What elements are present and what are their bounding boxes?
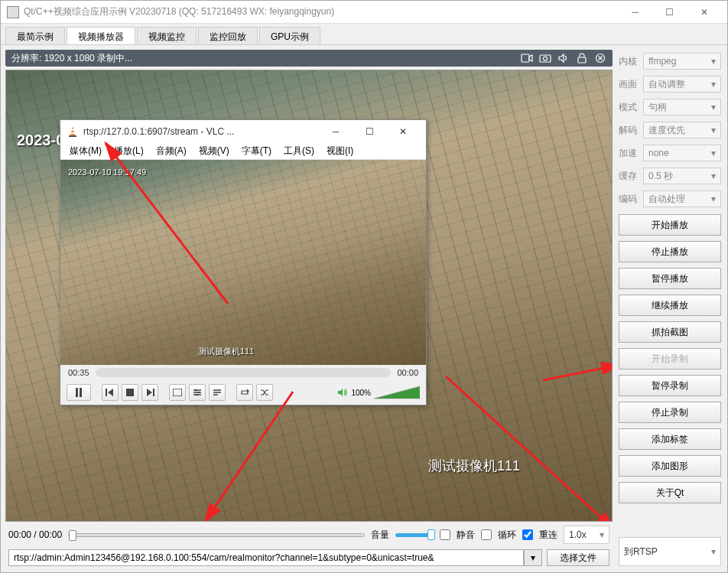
vlc-loop-button[interactable] — [236, 384, 253, 401]
combo-codec[interactable]: 自动处理 — [643, 190, 721, 207]
svg-point-14 — [195, 389, 197, 392]
svg-rect-11 — [126, 389, 134, 396]
combo-core[interactable]: ffmpeg — [643, 53, 721, 70]
btn-stop-record[interactable]: 停止录制 — [619, 402, 721, 423]
svg-rect-8 — [76, 388, 78, 397]
seek-slider[interactable] — [68, 533, 365, 537]
osd-watermark: 测试摄像机111 — [428, 457, 520, 475]
btn-snapshot[interactable]: 抓拍截图 — [619, 321, 721, 343]
vlc-end-time: 00:00 — [397, 368, 418, 377]
tab-playback[interactable]: 监控回放 — [198, 27, 258, 44]
vlc-minimize-button[interactable]: ─ — [319, 121, 353, 142]
btn-add-shape[interactable]: 添加图形 — [619, 455, 721, 477]
btn-about-qt[interactable]: 关于Qt — [619, 482, 721, 503]
vlc-titlebar[interactable]: rtsp://127.0.0.1:6907/stream - VLC ... ─… — [60, 120, 426, 143]
btn-pause-play[interactable]: 暂停播放 — [619, 268, 721, 289]
vlc-playlist-button[interactable] — [209, 384, 226, 401]
vlc-fullscreen-button[interactable] — [169, 384, 186, 401]
svg-rect-0 — [522, 54, 529, 62]
lock-icon[interactable] — [576, 53, 588, 63]
select-file-button[interactable]: 选择文件 — [547, 549, 609, 566]
close-osd-icon[interactable] — [594, 53, 606, 63]
record-icon[interactable] — [521, 53, 533, 63]
vlc-pause-button[interactable] — [67, 384, 91, 401]
vlc-menu-video[interactable]: 视频(V) — [199, 145, 229, 158]
svg-point-15 — [198, 392, 200, 394]
combo-decode[interactable]: 速度优先 — [643, 122, 721, 138]
reconnect-checkbox[interactable] — [522, 529, 533, 540]
vlc-current-time: 00:35 — [68, 368, 89, 377]
volume-slider[interactable] — [395, 533, 434, 537]
svg-point-16 — [196, 394, 198, 396]
vlc-menu-media[interactable]: 媒体(M) — [70, 145, 102, 158]
speed-combo[interactable]: 1.0x — [564, 526, 609, 544]
label-codec: 编码 — [619, 193, 640, 206]
sound-icon[interactable] — [557, 53, 570, 63]
vlc-seek-track[interactable] — [96, 368, 392, 377]
vlc-prev-button[interactable] — [102, 384, 119, 401]
combo-screen[interactable]: 自动调整 — [643, 76, 721, 93]
tab-bar: 最简示例 视频播放器 视频监控 监控回放 GPU示例 — [1, 24, 727, 45]
playback-row: 00:00 / 00:00 音量 静音 循环 重连 1.0x — [5, 525, 613, 545]
vlc-menu-audio[interactable]: 音频(A) — [156, 145, 187, 158]
status-bar: 分辨率: 1920 x 1080 录制中... — [5, 50, 613, 67]
btn-stop-play[interactable]: 停止播放 — [619, 241, 721, 262]
label-cache: 缓存 — [619, 170, 640, 183]
svg-rect-10 — [106, 389, 107, 396]
url-input[interactable] — [8, 549, 524, 566]
vlc-maximize-button[interactable]: ☐ — [353, 121, 386, 142]
label-core: 内核 — [619, 55, 640, 68]
vlc-menu-tools[interactable]: 工具(S) — [284, 145, 314, 158]
vlc-next-button[interactable] — [141, 384, 158, 401]
combo-mode[interactable]: 句柄 — [643, 99, 721, 116]
btn-pause-record[interactable]: 暂停录制 — [619, 375, 721, 396]
tab-monitor[interactable]: 视频监控 — [137, 27, 197, 44]
status-text: 分辨率: 1920 x 1080 录制中... — [11, 52, 521, 65]
vlc-seekbar: 00:35 00:00 — [60, 365, 426, 380]
tab-gpu[interactable]: GPU示例 — [259, 27, 320, 44]
combo-cache[interactable]: 0.5 秒 — [643, 168, 721, 184]
vlc-shuffle-button[interactable] — [256, 384, 273, 401]
vlc-close-button[interactable]: ✕ — [386, 121, 420, 142]
loop-checkbox[interactable] — [481, 529, 492, 540]
btn-resume-play[interactable]: 继续播放 — [619, 295, 721, 316]
target-combo[interactable]: 到RTSP — [619, 537, 721, 566]
vlc-controls: 100% — [60, 380, 426, 405]
vlc-video-view[interactable]: 2023-07-10 19:17:49 测试摄像机111 — [60, 160, 426, 365]
vlc-menu-play[interactable]: 播放(L) — [114, 145, 144, 158]
svg-rect-12 — [153, 389, 154, 396]
playback-time: 00:00 / 00:00 — [8, 529, 62, 540]
loop-label: 循环 — [498, 529, 516, 542]
minimize-button[interactable]: ─ — [618, 2, 652, 23]
window-title: Qt/C++视频综合应用示例 V20230718 (QQ: 517216493 … — [24, 5, 618, 18]
close-button[interactable]: ✕ — [687, 2, 721, 23]
label-accel: 加速 — [619, 147, 640, 160]
vlc-window[interactable]: rtsp://127.0.0.1:6907/stream - VLC ... ─… — [60, 119, 427, 405]
combo-accel[interactable]: none — [643, 145, 721, 161]
vlc-volume-wedge[interactable] — [374, 386, 420, 399]
osd-date: 2023-0 — [17, 132, 64, 149]
vlc-stop-button[interactable] — [122, 384, 138, 401]
mute-checkbox[interactable] — [440, 529, 450, 540]
vlc-speaker-icon[interactable] — [337, 387, 348, 398]
vlc-title: rtsp://127.0.0.1:6907/stream - VLC ... — [83, 126, 319, 137]
vlc-menu-subtitle[interactable]: 字幕(T) — [242, 145, 271, 158]
tab-simple[interactable]: 最简示例 — [5, 27, 65, 44]
svg-rect-7 — [71, 132, 75, 134]
camera-icon[interactable] — [539, 53, 551, 63]
maximize-button[interactable]: ☐ — [652, 2, 687, 23]
titlebar: Qt/C++视频综合应用示例 V20230718 (QQ: 517216493 … — [1, 1, 727, 24]
tab-player[interactable]: 视频播放器 — [67, 27, 135, 44]
video-view[interactable]: 2023-0 测试摄像机111 测试摄像机111 rtsp://127.0.0.… — [5, 70, 613, 522]
vlc-menu-view[interactable]: 视图(I) — [327, 145, 353, 158]
btn-add-label[interactable]: 添加标签 — [619, 428, 721, 450]
vlc-osd-time: 2023-07-10 19:17:49 — [68, 168, 146, 177]
side-panel: 内核ffmpeg 画面自动调整 模式句柄 解码速度优先 加速none 缓存0.5… — [617, 50, 723, 568]
url-dropdown-button[interactable]: ▾ — [524, 549, 542, 566]
url-row: ▾ 选择文件 — [5, 548, 613, 568]
vlc-volume-label: 100% — [351, 389, 371, 397]
btn-start-play[interactable]: 开始播放 — [619, 214, 721, 236]
vlc-osd-watermark: 测试摄像机111 — [198, 346, 254, 357]
vlc-extended-button[interactable] — [189, 384, 206, 401]
btn-start-record[interactable]: 开始录制 — [619, 348, 721, 370]
